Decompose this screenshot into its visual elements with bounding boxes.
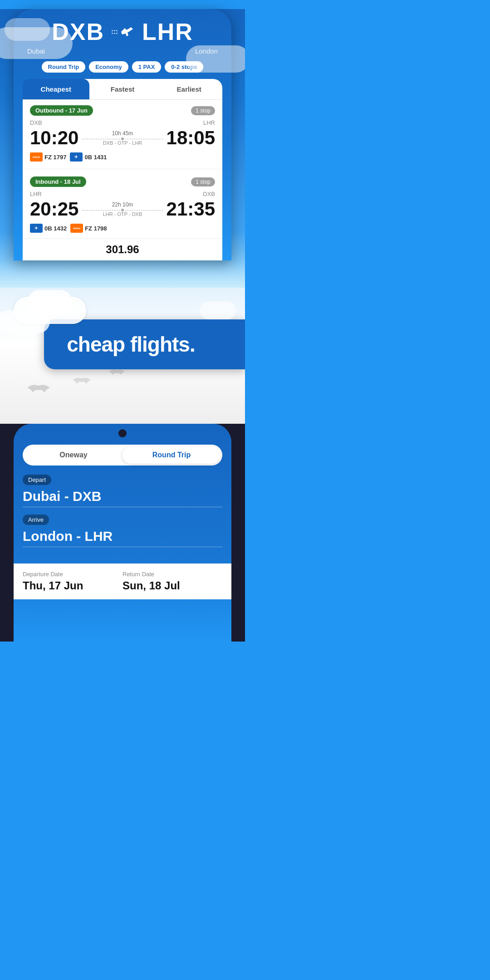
outbound-airline1: dubai FZ 1797	[30, 152, 66, 162]
outbound-airline1-logo: dubai	[30, 152, 43, 162]
inbound-airline1-logo: ✈	[30, 224, 43, 233]
sort-tabs: Cheapest Fastest Earliest	[23, 79, 222, 100]
dest-code: LHR	[142, 18, 193, 45]
banner-text: cheap flights.	[67, 333, 195, 356]
return-date-value: Sun, 18 Jul	[122, 579, 222, 592]
outbound-stops: 1 stop	[191, 106, 215, 115]
arrive-value[interactable]: London - LHR	[23, 529, 222, 544]
trip-toggle[interactable]: Oneway Round Trip	[23, 445, 222, 466]
tab-fastest[interactable]: Fastest	[89, 79, 156, 99]
cabin-pill[interactable]: Economy	[89, 61, 128, 73]
outbound-airlines: dubai FZ 1797 ✈ 0B 1431	[30, 152, 215, 162]
dates-section: Departure Date Thu, 17 Jun Return Date S…	[14, 564, 231, 599]
flight-direction-icon	[112, 25, 135, 38]
inbound-airline2-logo: dubai	[70, 224, 83, 233]
arrive-label: Arrive	[23, 514, 49, 525]
cheap-flights-banner: cheap flights.	[44, 319, 245, 369]
inbound-section: Inbound - 18 Jul 1 stop LHR DXB 20:25 22…	[23, 171, 222, 238]
inbound-duration: 22h 10m LHR - OTP - DXB	[78, 201, 166, 217]
price-preview: 301.96	[23, 238, 222, 260]
results-card: Cheapest Fastest Earliest Outbound - 17 …	[23, 79, 222, 260]
outbound-airline2-logo: ✈	[70, 152, 83, 162]
middle-section: cheap flights.	[0, 288, 245, 424]
trip-type-pill[interactable]: Round Trip	[42, 61, 86, 73]
outbound-duration: 10h 45m DXB - OTP - LHR	[78, 130, 166, 146]
inbound-airlines: ✈ 0B 1432 dubai FZ 1798	[30, 224, 215, 233]
outbound-section: Outbound - 17 Jun 1 stop DXB LHR 10:20 1…	[23, 100, 222, 167]
toggle-roundtrip[interactable]: Round Trip	[122, 446, 220, 464]
pax-pill[interactable]: 1 PAX	[132, 61, 162, 73]
bottom-phone: Oneway Round Trip Depart Dubai - DXB Arr…	[14, 424, 231, 642]
departure-date-label: Departure Date	[23, 571, 122, 578]
inbound-arrive: 21:35	[167, 198, 215, 220]
tab-earliest[interactable]: Earliest	[156, 79, 222, 99]
outbound-badge: Outbound - 17 Jun	[30, 105, 93, 116]
inbound-airline2: dubai FZ 1798	[70, 224, 107, 233]
departure-date-col[interactable]: Departure Date Thu, 17 Jun	[23, 571, 122, 592]
bottom-section: Oneway Round Trip Depart Dubai - DXB Arr…	[0, 424, 245, 642]
inbound-origin: LHR	[30, 191, 42, 197]
outbound-depart: 10:20	[30, 127, 78, 149]
search-form: Depart Dubai - DXB Arrive London - LHR	[14, 466, 231, 564]
inbound-airline1: ✈ 0B 1432	[30, 224, 67, 233]
departure-date-value: Thu, 17 Jun	[23, 579, 122, 592]
outbound-origin: DXB	[30, 119, 42, 126]
depart-label: Depart	[23, 475, 51, 485]
inbound-dest: DXB	[203, 191, 215, 197]
return-date-label: Return Date	[122, 571, 222, 578]
tab-cheapest[interactable]: Cheapest	[23, 79, 89, 99]
phone-notch	[14, 424, 231, 437]
toggle-oneway[interactable]: Oneway	[24, 446, 122, 464]
notch	[118, 429, 127, 437]
top-section: DXB LHR Dubai London Round Tri	[0, 9, 245, 288]
inbound-depart: 20:25	[30, 198, 78, 220]
outbound-arrive: 18:05	[167, 127, 215, 149]
return-date-col[interactable]: Return Date Sun, 18 Jul	[122, 571, 222, 592]
outbound-dest: LHR	[203, 119, 215, 126]
outbound-airline2: ✈ 0B 1431	[70, 152, 107, 162]
depart-value[interactable]: Dubai - DXB	[23, 489, 222, 504]
inbound-badge: Inbound - 18 Jul	[30, 176, 86, 187]
inbound-stops: 1 stop	[191, 177, 215, 186]
